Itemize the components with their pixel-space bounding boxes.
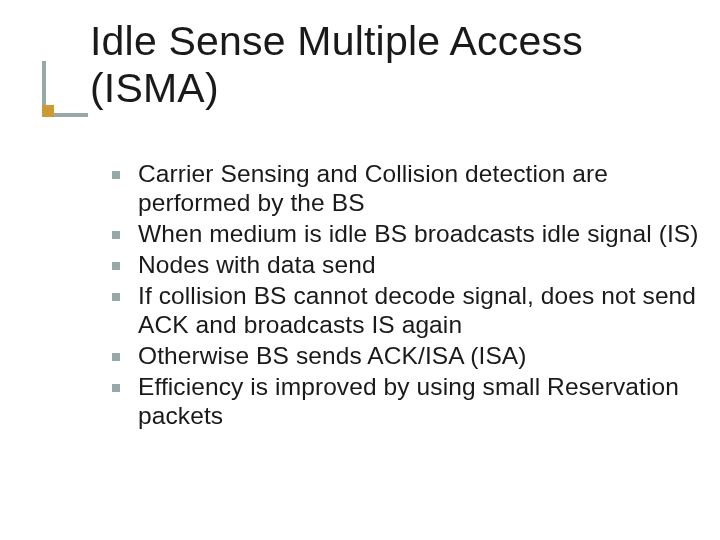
list-item: Otherwise BS sends ACK/ISA (ISA) [108, 342, 702, 371]
title-block: Idle Sense Multiple Access (ISMA) [0, 0, 720, 112]
list-item: Carrier Sensing and Collision detection … [108, 160, 702, 218]
list-item: If collision BS cannot decode signal, do… [108, 282, 702, 340]
bullet-list: Carrier Sensing and Collision detection … [108, 160, 702, 430]
title-decoration-corner [42, 105, 54, 117]
slide-title: Idle Sense Multiple Access (ISMA) [90, 18, 720, 112]
list-item: Efficiency is improved by using small Re… [108, 373, 702, 431]
list-item: Nodes with data send [108, 251, 702, 280]
slide-content: Carrier Sensing and Collision detection … [0, 160, 720, 430]
list-item: When medium is idle BS broadcasts idle s… [108, 220, 702, 249]
